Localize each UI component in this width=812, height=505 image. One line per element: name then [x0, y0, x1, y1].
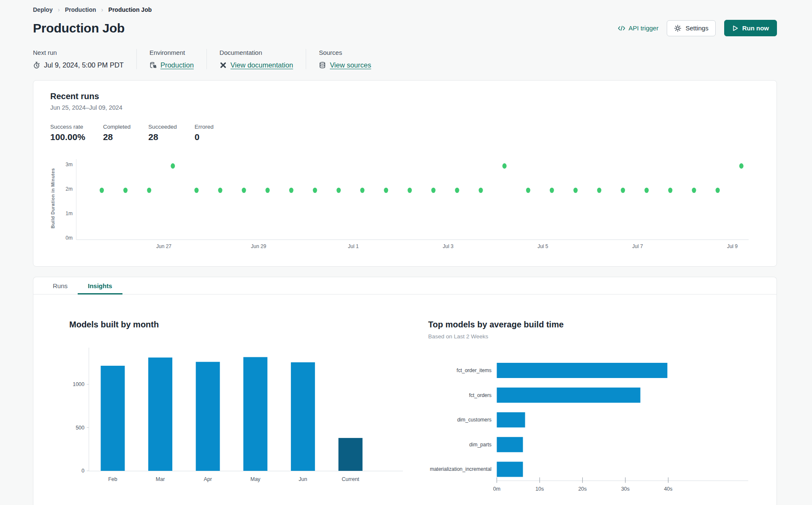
svg-text:2m: 2m	[65, 186, 73, 192]
database-icon	[319, 62, 326, 69]
models-built-bar-chart: 05001000FebMarAprMayJunCurrent	[69, 344, 416, 490]
svg-text:3m: 3m	[65, 162, 73, 167]
job-meta-row: Next run Jul 9, 2024, 5:00 PM PDT Enviro…	[33, 49, 777, 69]
svg-text:Jul 3: Jul 3	[443, 243, 454, 249]
svg-text:0m: 0m	[65, 235, 73, 241]
tab-insights[interactable]: Insights	[78, 277, 122, 294]
models-built-section: Models built by month 05001000FebMarAprM…	[69, 320, 428, 496]
breadcrumb-deploy[interactable]: Deploy	[33, 6, 53, 13]
svg-text:0: 0	[81, 468, 84, 474]
next-run-label: Next run	[33, 49, 124, 56]
top-models-subtitle: Based on Last 2 Weeks	[428, 333, 766, 340]
svg-text:500: 500	[76, 425, 84, 431]
svg-text:20s: 20s	[578, 486, 587, 492]
svg-text:May: May	[250, 476, 261, 482]
documentation-label: Documentation	[220, 49, 293, 56]
svg-text:1m: 1m	[65, 211, 73, 216]
svg-text:fct_order_items: fct_order_items	[456, 367, 492, 373]
svg-text:Mar: Mar	[156, 476, 165, 482]
page-title: Production Job	[33, 21, 125, 35]
svg-text:dim_customers: dim_customers	[457, 417, 492, 423]
svg-text:Apr: Apr	[204, 476, 212, 482]
tab-runs[interactable]: Runs	[43, 277, 78, 294]
stat-succeeded: Succeeded 28	[148, 124, 177, 142]
environment-label: Environment	[149, 49, 194, 56]
svg-text:dim_parts: dim_parts	[469, 442, 492, 448]
run-now-button[interactable]: Run now	[724, 20, 777, 36]
sources-label: Sources	[319, 49, 371, 56]
page-container: Deploy › Production › Production Job Pro…	[0, 0, 812, 505]
svg-text:Current: Current	[342, 476, 359, 482]
view-documentation-link[interactable]: View documentation	[231, 61, 293, 69]
tab-bar: Runs Insights	[33, 277, 777, 294]
code-icon	[618, 25, 625, 32]
insights-body: Models built by month 05001000FebMarAprM…	[33, 294, 777, 505]
recent-runs-title: Recent runs	[50, 92, 760, 101]
insights-card: Runs Insights Models built by month 0500…	[33, 277, 777, 505]
stat-success-rate: Success rate 100.00%	[50, 124, 85, 142]
api-trigger-link[interactable]: API trigger	[618, 24, 659, 32]
svg-text:Jun: Jun	[299, 476, 307, 482]
recent-runs-card: Recent runs Jun 25, 2024–Jul 09, 2024 Su…	[33, 80, 777, 267]
top-models-title: Top models by average build time	[428, 320, 766, 329]
meta-sources: Sources View sources	[319, 49, 384, 69]
stat-completed: Completed 28	[103, 124, 130, 142]
models-built-title: Models built by month	[69, 320, 428, 329]
stopwatch-icon	[33, 62, 40, 69]
svg-text:materialization_incremental: materialization_incremental	[430, 466, 492, 472]
svg-text:1000: 1000	[73, 381, 84, 387]
meta-next-run: Next run Jul 9, 2024, 5:00 PM PDT	[33, 49, 137, 69]
chevron-right-icon: ›	[58, 6, 60, 13]
build-duration-chart-wrap: Build Duration in Minutes 0m1m2m3mJun 27…	[50, 157, 760, 254]
meta-documentation: Documentation View documentation	[220, 49, 306, 69]
breadcrumb-production-job: Production Job	[109, 6, 152, 13]
run-now-label: Run now	[742, 24, 769, 32]
gear-icon	[674, 24, 682, 32]
header-actions: API trigger Settings Run now	[618, 20, 777, 36]
view-sources-link[interactable]: View sources	[330, 61, 371, 69]
environment-link[interactable]: Production	[160, 61, 194, 69]
build-duration-scatter-chart: 0m1m2m3mJun 27Jun 29Jul 1Jul 3Jul 5Jul 7…	[60, 157, 760, 252]
next-run-value: Jul 9, 2024, 5:00 PM PDT	[44, 61, 124, 69]
chevron-right-icon: ›	[101, 6, 103, 13]
svg-text:Jul 7: Jul 7	[632, 243, 643, 249]
settings-button[interactable]: Settings	[667, 20, 715, 36]
svg-text:fct_orders: fct_orders	[469, 392, 492, 398]
recent-runs-date-range: Jun 25, 2024–Jul 09, 2024	[50, 104, 760, 111]
svg-text:40s: 40s	[664, 486, 672, 492]
recent-runs-stats: Success rate 100.00% Completed 28 Succee…	[50, 124, 760, 142]
title-row: Production Job API trigger Settings Run …	[33, 20, 777, 36]
breadcrumb-production[interactable]: Production	[65, 6, 96, 13]
svg-text:0m: 0m	[493, 486, 500, 492]
top-models-hbar-chart: fct_order_itemsfct_ordersdim_customersdi…	[428, 351, 766, 494]
svg-text:Jul 5: Jul 5	[538, 243, 549, 249]
stat-errored: Errored 0	[195, 124, 214, 142]
top-models-section: Top models by average build time Based o…	[428, 320, 766, 496]
svg-text:Jul 1: Jul 1	[348, 243, 359, 249]
environment-icon	[149, 62, 157, 69]
dbt-docs-icon	[220, 62, 227, 69]
play-icon	[732, 25, 739, 32]
svg-text:30s: 30s	[621, 486, 630, 492]
api-trigger-label: API trigger	[629, 24, 659, 32]
svg-text:10s: 10s	[535, 486, 544, 492]
scatter-y-axis-label: Build Duration in Minutes	[50, 158, 55, 238]
breadcrumb: Deploy › Production › Production Job	[33, 6, 777, 13]
svg-text:Jul 9: Jul 9	[727, 243, 738, 249]
svg-text:Feb: Feb	[108, 476, 117, 482]
meta-environment: Environment Production	[149, 49, 207, 69]
settings-label: Settings	[685, 24, 708, 32]
svg-text:Jun 29: Jun 29	[251, 243, 266, 249]
svg-text:Jun 27: Jun 27	[156, 243, 171, 249]
